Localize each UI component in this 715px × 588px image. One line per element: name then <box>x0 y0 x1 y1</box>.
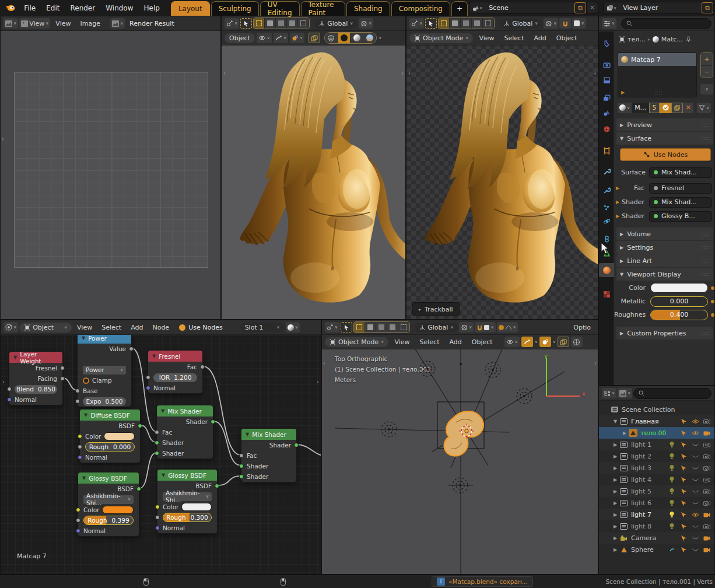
menu-view[interactable]: View <box>51 19 75 28</box>
toggle-cam_dis[interactable] <box>703 524 711 529</box>
node-socket[interactable] <box>7 397 12 402</box>
node-socket[interactable] <box>146 386 150 390</box>
toggle-cam_on[interactable] <box>703 512 711 517</box>
toggle-eye_on[interactable] <box>691 512 699 517</box>
outliner-filter-dropdown[interactable]: ∨ <box>618 388 632 398</box>
toggle-eye_off[interactable] <box>691 547 699 552</box>
scene-unlink-button[interactable]: ✕ <box>586 2 598 13</box>
active-tool-button[interactable] <box>341 322 352 332</box>
menu-object[interactable]: Object <box>552 34 581 43</box>
unlink-material-button[interactable]: ✕ <box>683 103 693 113</box>
snap-magnet-button[interactable] <box>559 18 571 29</box>
node-socket[interactable] <box>294 443 299 447</box>
node-mix2[interactable]: ▼Mix ShaderShaderFacShaderShader <box>241 428 297 482</box>
menu-view[interactable]: View <box>390 338 413 346</box>
toggle-bulb[interactable] <box>668 476 676 483</box>
slot-remove-button[interactable]: − <box>701 66 713 78</box>
menu-add[interactable]: Add <box>445 338 465 346</box>
slot-filter-arrow[interactable]: ▶ <box>621 90 625 95</box>
topbar-menu-help[interactable]: Help <box>139 4 165 12</box>
save-notification[interactable]: i «Matcap.blend» сохран... <box>432 576 533 587</box>
snap-arrow-button[interactable] <box>521 337 533 347</box>
panel-line-art[interactable]: ▶Line Art:::: <box>616 254 713 267</box>
slot-dropdown[interactable]: Slot 1∨ <box>240 323 285 332</box>
toggle-cursor[interactable] <box>679 442 688 448</box>
outliner-item-light-7[interactable]: ▶light 7 <box>599 509 714 520</box>
properties-tab-output[interactable] <box>599 74 614 88</box>
breadcrumb-material[interactable]: Matc... <box>661 36 683 43</box>
node-slider-rough[interactable]: Rough0.399 <box>83 516 134 525</box>
workspace-tab-+[interactable]: + <box>451 1 468 16</box>
node-title[interactable]: ▼Mix Shader <box>241 429 296 440</box>
toggle-data[interactable] <box>668 547 676 552</box>
node-socket[interactable] <box>60 376 65 381</box>
node-slider-rough[interactable]: Rough0.000 <box>85 442 135 452</box>
node-select[interactable]: Ashikhmin-Shi...∨ <box>163 492 212 501</box>
properties-tab-viewlayer[interactable] <box>599 91 614 105</box>
node-socket[interactable] <box>155 440 159 445</box>
node-layer-weight[interactable]: ▼Layer WeightFresnelFacingBlend0.850Norm… <box>9 351 63 405</box>
toggle-cam_dis[interactable] <box>703 477 711 482</box>
workspace-tab-compositing[interactable]: Compositing <box>391 1 450 16</box>
toggle-eye_off[interactable] <box>691 489 699 494</box>
outliner-item-light-4[interactable]: ▶light 4 <box>599 474 714 485</box>
toggle-cam_dis[interactable] <box>703 454 711 459</box>
snap-dropdown[interactable]: ∨ <box>274 33 288 43</box>
toggle-bulb[interactable] <box>668 453 676 460</box>
menu-select[interactable]: Select <box>97 323 125 332</box>
workspace-tab-layout[interactable]: Layout <box>171 1 210 16</box>
node-socket[interactable] <box>75 388 80 393</box>
image-canvas[interactable] <box>14 72 208 268</box>
menu-image[interactable]: Image <box>76 19 104 28</box>
scene-name[interactable]: Scene <box>485 4 574 12</box>
gold-figure-render[interactable] <box>222 16 406 320</box>
mode-dropdown[interactable]: Object Mode∨ <box>409 33 473 43</box>
node-socket[interactable] <box>7 387 12 391</box>
view-layer-copy-button[interactable]: ⧉ <box>702 2 713 13</box>
toggle-eye_off[interactable] <box>691 536 699 541</box>
panel-preview[interactable]: ▶Preview:::: <box>616 118 713 131</box>
region-toggle-arrow[interactable]: › <box>323 360 325 366</box>
toggle-cursor[interactable] <box>679 547 688 553</box>
toggle-bulb[interactable] <box>668 523 676 530</box>
fake-user-button[interactable] <box>660 103 671 113</box>
tool-dropdown[interactable]: ∨ <box>409 18 424 29</box>
node-socket[interactable] <box>78 434 82 439</box>
toggle-eye_off[interactable] <box>691 524 699 529</box>
toggle-bulb[interactable] <box>668 464 676 471</box>
proportional-edit-dropdown[interactable]: ∨ <box>544 18 558 29</box>
topbar-menu-edit[interactable]: Edit <box>41 4 65 12</box>
node-title[interactable]: ▼Layer Weight <box>9 352 62 363</box>
toggle-cursor[interactable] <box>679 477 688 483</box>
toggle-cursor[interactable] <box>679 535 688 541</box>
panel-viewport-display[interactable]: ▼Viewport Display:::: <box>616 268 713 281</box>
slot-specials-dropdown[interactable]: ∨ <box>700 84 713 94</box>
breadcrumb-object[interactable]: тел... <box>628 36 646 43</box>
node-field-blend[interactable]: Blend0.850 <box>15 385 57 394</box>
properties-search[interactable] <box>621 18 712 29</box>
options-menu[interactable]: Optio <box>569 323 595 332</box>
active-tool-button[interactable] <box>425 18 437 29</box>
node-socket[interactable] <box>239 453 244 458</box>
node-socket[interactable] <box>78 444 82 449</box>
outliner-item-light-3[interactable]: ▶light 3 <box>599 462 714 474</box>
node-socket[interactable] <box>138 424 142 428</box>
properties-tab-physics[interactable] <box>599 214 614 228</box>
toggle-cam_dis[interactable] <box>703 419 711 424</box>
region-toggle-arrow[interactable]: › <box>408 70 411 76</box>
pin-icon[interactable] <box>685 36 692 43</box>
use-nodes-toggle[interactable]: Use Nodes <box>179 324 223 331</box>
active-tool-button[interactable] <box>240 18 252 29</box>
node-select[interactable]: Ashikhmin-Shi...∨ <box>83 495 134 504</box>
toggle-cursor[interactable] <box>679 488 688 495</box>
toggle-eye_off[interactable] <box>691 477 699 482</box>
snap-dropdown[interactable]: ∨ <box>475 322 495 332</box>
node-field-ior[interactable]: IOR1.200 <box>153 373 197 382</box>
toggle-eye_off[interactable] <box>691 442 699 447</box>
outliner-item-light-8[interactable]: ▶light 8 <box>599 520 714 532</box>
tool-dropdown[interactable]: ∨ <box>325 322 339 332</box>
node-title[interactable]: ▼Glossy BSDF <box>78 473 139 484</box>
outliner-search[interactable] <box>633 388 712 399</box>
node-title[interactable]: ▼Glossy BSDF <box>157 470 217 481</box>
outliner-item-главная[interactable]: ▼Главная <box>599 415 714 427</box>
